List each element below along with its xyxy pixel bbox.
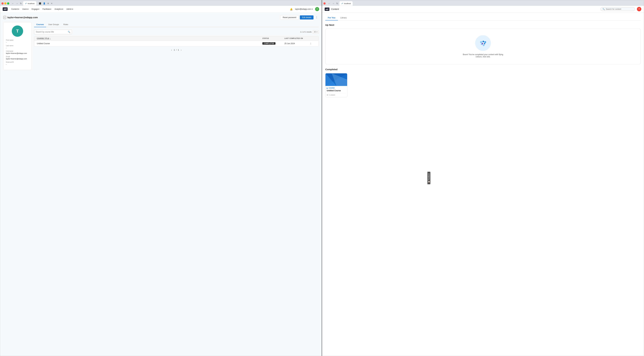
user-avatar-left[interactable]: T bbox=[315, 7, 319, 11]
courses-table: COURSE TITLE ↑ STATUS LAST COMPLETED ON bbox=[34, 36, 318, 46]
course-badge-text: COURSE bbox=[328, 87, 335, 89]
table-row: Untitled Course COMPLETED 25 Jun 2024 ⋮ bbox=[34, 41, 318, 46]
reload-btn-left[interactable]: ↻ bbox=[19, 2, 22, 5]
col-status: STATUS bbox=[262, 37, 284, 39]
course-card-body: ▶ COURSE Untitled Course ☰ 1 Lesson bbox=[326, 86, 347, 97]
close-window-btn[interactable]: ✕ bbox=[50, 2, 53, 5]
back-btn-right[interactable]: ← bbox=[328, 2, 331, 5]
right-logo: ed bbox=[325, 7, 330, 11]
svg-point-3 bbox=[484, 41, 486, 43]
search-row: 🔍 1-1 of 1 results 25 ▾ bbox=[34, 30, 318, 34]
right-user-avatar[interactable]: T bbox=[637, 7, 641, 11]
max-btn-left[interactable] bbox=[7, 2, 9, 4]
up-next-message: Boom! You've completed your content with… bbox=[461, 53, 505, 58]
back-button[interactable]: ← bbox=[3, 16, 6, 19]
tabs-header: Courses User Groups Roles bbox=[34, 22, 318, 27]
right-nav-title: Content bbox=[331, 8, 339, 10]
more-options-button[interactable]: ⋮ bbox=[315, 15, 318, 19]
completed-section: Completed ▶ bbox=[325, 68, 641, 97]
status-badge: COMPLETED bbox=[262, 42, 276, 45]
right-top-nav: ed Content 🔍 T bbox=[322, 6, 644, 13]
total-pages: 1 bbox=[178, 49, 179, 51]
content-tabs: For You Library bbox=[325, 15, 641, 20]
search-input[interactable] bbox=[34, 30, 66, 34]
results-info: 1-1 of 1 results 25 ▾ bbox=[300, 30, 318, 34]
cell-status: COMPLETED bbox=[262, 42, 284, 45]
course-card-footer: ☰ 1 Lesson bbox=[327, 93, 346, 96]
course-badge: ▶ COURSE bbox=[327, 87, 346, 89]
nav-users[interactable]: Users▾ bbox=[21, 7, 30, 11]
tab-roles[interactable]: Roles bbox=[61, 22, 70, 27]
profile-username: Username taylor+learner@edapp.com bbox=[6, 50, 27, 54]
close-btn-right[interactable] bbox=[324, 2, 326, 4]
search-bar-right[interactable]: 🔍 bbox=[600, 7, 635, 11]
avatar: T bbox=[12, 25, 23, 37]
nav-facilitate[interactable]: Facilitate▾ bbox=[41, 7, 52, 11]
settings-btn[interactable]: ⚙ bbox=[47, 2, 50, 5]
profile-external-id: External ID - bbox=[6, 61, 14, 65]
close-btn-left[interactable] bbox=[2, 2, 4, 4]
tab-user-groups[interactable]: User Groups bbox=[46, 22, 61, 27]
table-header: COURSE TITLE ↑ STATUS LAST COMPLETED ON bbox=[34, 36, 318, 41]
profile-first-name: First name - bbox=[6, 39, 13, 43]
search-button[interactable]: 🔍 bbox=[66, 30, 72, 34]
col-actions bbox=[310, 37, 316, 39]
up-next-illustration bbox=[475, 35, 491, 51]
completed-title: Completed bbox=[325, 68, 641, 71]
profile-email: Email taylor+learner@edapp.com bbox=[6, 56, 27, 60]
back-row: ← taylor+learner@edapp.com bbox=[3, 16, 38, 19]
current-page: 1 bbox=[174, 49, 175, 51]
browser-tab-left[interactable]: 🔗 localhost bbox=[23, 1, 36, 6]
completion-illustration bbox=[477, 37, 489, 49]
prev-page-button[interactable]: ‹ bbox=[170, 48, 172, 51]
profile-card: T First name - Last name - Username ta bbox=[3, 22, 32, 70]
user-email-display[interactable]: taylor@edapp.com ▾ bbox=[295, 8, 312, 10]
nav-admin[interactable]: Admin▾ bbox=[65, 7, 74, 11]
course-card-image bbox=[326, 73, 347, 86]
nav-analytics[interactable]: Analytics▾ bbox=[53, 7, 64, 11]
svg-point-6 bbox=[483, 44, 484, 46]
tab-label-left: localhost bbox=[28, 2, 34, 4]
notification-bell[interactable]: 🔔 bbox=[290, 8, 292, 10]
per-page-select[interactable]: 25 ▾ bbox=[313, 30, 318, 34]
svg-point-2 bbox=[482, 41, 484, 42]
nav-engage[interactable]: Engage▾ bbox=[30, 7, 40, 11]
extensions-btn[interactable]: ⬛ bbox=[38, 2, 42, 5]
edit-details-button[interactable]: Edit details bbox=[300, 15, 314, 19]
svg-point-0 bbox=[477, 37, 489, 49]
back-btn-left[interactable]: ← bbox=[11, 2, 14, 5]
tab-courses[interactable]: Courses bbox=[34, 22, 46, 27]
col-course-title[interactable]: COURSE TITLE ↑ bbox=[37, 37, 262, 39]
content-search-input[interactable] bbox=[606, 8, 633, 10]
reset-password-button[interactable]: Reset password bbox=[280, 15, 298, 20]
up-next-title: Up Next bbox=[325, 23, 641, 26]
page-content-left: ← taylor+learner@edapp.com Reset passwor… bbox=[0, 13, 322, 356]
cell-last-completed: 25 Jun 2024 bbox=[284, 42, 310, 45]
main-layout: T First name - Last name - Username ta bbox=[3, 22, 318, 70]
course-card[interactable]: ▶ COURSE Untitled Course ☰ 1 Lesson bbox=[325, 73, 347, 97]
browser-tab-right[interactable]: 🔗 localhost bbox=[340, 1, 353, 6]
top-nav-left: ed Content▾ Users▾ Engage▾ Facilitate▾ bbox=[0, 6, 322, 13]
tab-library[interactable]: Library bbox=[338, 15, 349, 20]
min-btn-left[interactable] bbox=[4, 2, 6, 4]
right-content: For You Library Up Next bbox=[322, 13, 644, 356]
nav-content[interactable]: Content▾ bbox=[10, 7, 20, 11]
tab-favicon-left: 🔗 bbox=[25, 3, 27, 4]
next-page-button[interactable]: › bbox=[180, 48, 182, 51]
reload-btn-right[interactable]: ↻ bbox=[336, 2, 339, 5]
row-action-button[interactable]: ⋮ bbox=[310, 42, 312, 45]
svg-point-7 bbox=[481, 44, 482, 45]
tabs-panel: Courses User Groups Roles 🔍 1-1 of 1 bbox=[34, 22, 318, 70]
nav-items-left: Content▾ Users▾ Engage▾ Facilitate▾ Anal… bbox=[10, 7, 74, 11]
profile-btn[interactable]: 👤 bbox=[42, 2, 46, 5]
tab-favicon-right: 🔗 bbox=[341, 3, 343, 4]
tab-for-you[interactable]: For You bbox=[325, 15, 338, 20]
tab-label-right: localhost bbox=[344, 2, 351, 4]
cell-row-action: ⋮ bbox=[310, 42, 316, 45]
page-title: taylor+learner@edapp.com bbox=[8, 16, 38, 19]
course-badge-icon: ▶ bbox=[327, 87, 328, 89]
logo-left: ed bbox=[3, 7, 8, 11]
forward-btn-left[interactable]: → bbox=[15, 2, 19, 5]
forward-btn-right[interactable]: → bbox=[332, 2, 335, 5]
search-icon-right: 🔍 bbox=[602, 8, 605, 10]
